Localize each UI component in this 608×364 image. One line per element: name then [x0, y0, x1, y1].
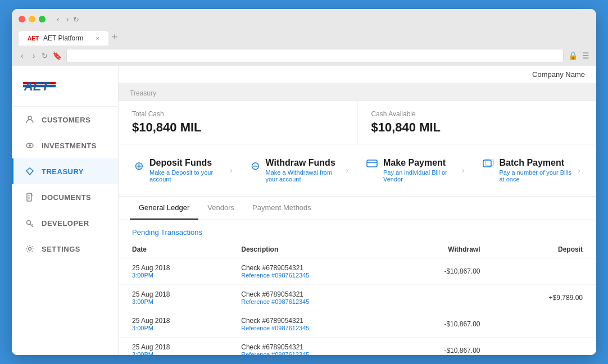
cell-desc-2: Check #6789054321 Reference #0987612345: [228, 311, 388, 338]
transactions-table: Date Description Withdrawl Deposit 25 Au…: [119, 241, 596, 355]
cell-deposit-2: [494, 311, 596, 338]
sidebar-item-documents[interactable]: DOCUMENTS: [12, 184, 118, 210]
new-tab-button[interactable]: +: [110, 29, 120, 46]
main-content: Company Name Treasury Total Cash $10,840…: [119, 66, 596, 355]
cell-desc-3: Check #6789054321 Reference #0987612345: [228, 338, 388, 356]
tab-favicon: AET: [28, 35, 39, 42]
address-bar-input[interactable]: [66, 49, 564, 62]
close-traffic-light[interactable]: [19, 16, 25, 22]
key-icon: [25, 218, 35, 228]
col-deposit: Deposit: [494, 241, 596, 258]
svg-marker-6: [26, 168, 33, 175]
col-description: Description: [228, 241, 388, 258]
sidebar-item-settings[interactable]: SETTINGS: [12, 236, 118, 262]
back-button-2[interactable]: ‹: [19, 50, 26, 61]
cash-available-label: Cash Available: [371, 110, 583, 118]
batch-desc: Pay a number of your Bills at once: [500, 169, 573, 183]
deposit-desc: Make a Deposit to your account: [149, 169, 224, 183]
browser-controls: ‹ › ↻: [19, 13, 589, 25]
payment-title: Make Payment: [383, 158, 456, 168]
tab-title: AET Platform: [43, 34, 83, 42]
deposit-info: Deposit Funds Make a Deposit to your acc…: [149, 158, 224, 183]
cell-deposit-1: +$9,789.00: [494, 285, 596, 311]
action-cards: ⊕ Deposit Funds Make a Deposit to your a…: [119, 144, 596, 197]
svg-point-3: [28, 116, 31, 120]
nav-buttons: ‹ › ↻: [55, 13, 79, 25]
cell-date-1: 25 Aug 2018 3:00PM: [119, 285, 228, 311]
table-row: 25 Aug 2018 3:00PM Check #6789054321 Ref…: [119, 258, 596, 285]
sidebar-item-developer[interactable]: DEVELOPER: [12, 210, 118, 236]
gear-icon: [25, 244, 35, 254]
logo-area: AET: [12, 66, 118, 107]
payment-arrow: ›: [462, 166, 465, 175]
tab-general-ledger[interactable]: General Ledger: [130, 197, 198, 220]
tab-close-button[interactable]: ×: [96, 35, 99, 42]
cell-withdrawl-3: -$10,867.00: [388, 338, 494, 356]
browser-chrome: ‹ › ↻ AET AET Platform × +: [12, 9, 596, 46]
deposit-action[interactable]: ⊕ Deposit Funds Make a Deposit to your a…: [130, 153, 237, 187]
payment-icon: [366, 159, 378, 170]
lock-icon[interactable]: 🔒: [568, 51, 578, 60]
tab-payment-methods[interactable]: Payment Methods: [243, 197, 320, 220]
table-row: 25 Aug 2018 3:00PM Check #6789054321 Ref…: [119, 311, 596, 338]
cell-desc-1: Check #6789054321 Reference #0987612345: [228, 285, 388, 311]
sidebar-label-treasury: TREASURY: [42, 167, 84, 176]
person-icon: [25, 115, 35, 125]
pending-label: Pending Transactions: [119, 220, 596, 241]
total-cash-value: $10,840 MIL: [132, 120, 344, 135]
sidebar-item-customers[interactable]: CUSTOMERS: [12, 107, 118, 133]
deposit-title: Deposit Funds: [149, 158, 224, 168]
sidebar-item-investments[interactable]: INVESTMENTS: [12, 133, 118, 158]
total-cash-card: Total Cash $10,840 MIL: [119, 101, 358, 144]
refresh-button[interactable]: ↻: [73, 15, 79, 24]
sidebar-item-treasury[interactable]: TREASURY: [12, 158, 118, 184]
content-tabs: General Ledger Vendors Payment Methods: [119, 197, 596, 220]
batch-action[interactable]: Batch Payment Pay a number of your Bills…: [478, 153, 586, 187]
browser-window: ‹ › ↻ AET AET Platform × + ‹ › ↻ 🔖 🔒 ☰: [12, 9, 596, 355]
cell-date-0: 25 Aug 2018 3:00PM: [119, 258, 228, 285]
svg-line-13: [31, 224, 33, 225]
doc-icon: [25, 192, 35, 202]
cash-cards: Total Cash $10,840 MIL Cash Available $1…: [119, 101, 596, 144]
refresh-button-2[interactable]: ↻: [42, 52, 48, 60]
payment-action[interactable]: Make Payment Pay an individual Bill or V…: [362, 153, 469, 187]
maximize-traffic-light[interactable]: [39, 16, 46, 22]
cell-date-2: 25 Aug 2018 3:00PM: [119, 311, 228, 338]
address-bar-row: ‹ › ↻ 🔖 🔒 ☰: [12, 46, 596, 66]
col-withdrawl: Withdrawl: [388, 241, 494, 258]
active-tab[interactable]: AET AET Platform ×: [19, 31, 108, 46]
cell-withdrawl-1: [388, 285, 494, 311]
minimize-traffic-light[interactable]: [29, 16, 35, 22]
diamond-icon: [25, 166, 35, 176]
withdraw-title: Withdraw Funds: [266, 158, 341, 168]
cell-withdrawl-0: -$10,867.00: [388, 258, 494, 285]
sidebar-label-investments: INVESTMENTS: [42, 142, 97, 150]
cell-deposit-3: [494, 338, 596, 356]
withdraw-arrow: ›: [346, 166, 348, 175]
svg-rect-15: [367, 160, 377, 167]
table-section: Pending Transactions Date Description Wi…: [119, 220, 596, 355]
withdraw-icon: ⊖: [251, 159, 260, 172]
sidebar-label-documents: DOCUMENTS: [42, 193, 91, 202]
forward-button-2[interactable]: ›: [30, 50, 38, 61]
payment-info: Make Payment Pay an individual Bill or V…: [383, 158, 456, 183]
section-label: Treasury: [119, 84, 596, 101]
app-content: AET CUSTOMERS INVESTMENTS TREASURY: [12, 66, 596, 355]
sidebar-label-customers: CUSTOMERS: [42, 116, 90, 124]
bookmark-button[interactable]: 🔖: [52, 51, 62, 60]
table-row: 25 Aug 2018 3:00PM Check #6789054321 Ref…: [119, 338, 596, 356]
logo-icon: AET: [23, 75, 57, 95]
sidebar-label-settings: SETTINGS: [42, 245, 80, 253]
cell-date-3: 25 Aug 2018 3:00PM: [119, 338, 228, 356]
sidebar: AET CUSTOMERS INVESTMENTS TREASURY: [12, 66, 119, 355]
batch-info: Batch Payment Pay a number of your Bills…: [500, 158, 573, 183]
withdraw-desc: Make a Withdrawal from your account: [266, 169, 341, 183]
forward-button[interactable]: ›: [64, 13, 71, 25]
tab-vendors[interactable]: Vendors: [198, 197, 243, 220]
back-button[interactable]: ‹: [55, 13, 62, 25]
withdraw-action[interactable]: ⊖ Withdraw Funds Make a Withdrawal from …: [246, 153, 353, 187]
menu-button[interactable]: ☰: [582, 51, 589, 60]
batch-icon: [483, 159, 494, 170]
svg-text:AET: AET: [24, 79, 51, 93]
batch-title: Batch Payment: [500, 158, 573, 168]
